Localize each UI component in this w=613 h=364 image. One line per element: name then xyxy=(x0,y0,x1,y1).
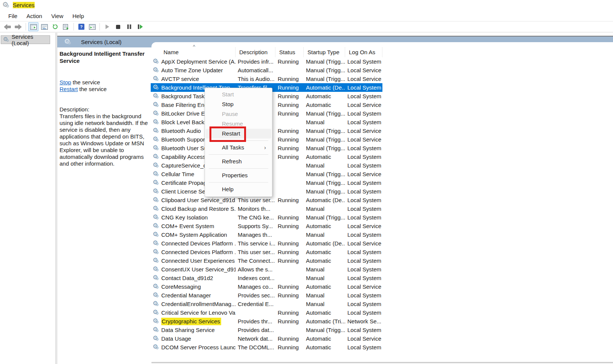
refresh-button[interactable] xyxy=(50,22,60,31)
cell-description: The DCOML... xyxy=(235,344,275,350)
table-row[interactable]: ⚙⚙CredentialEnrollmentManag...Credential… xyxy=(151,300,382,308)
table-row[interactable]: ⚙⚙CNG Key IsolationThe CNG ke...RunningM… xyxy=(151,213,382,222)
service-gear-icon: ⚙⚙ xyxy=(152,344,161,351)
service-gear-icon: ⚙⚙ xyxy=(152,292,161,299)
cell-description: The CNG ke... xyxy=(235,214,275,221)
table-row[interactable]: ⚙⚙Cloud Backup and Restore S...Monitors … xyxy=(151,204,382,213)
toolbar-separator xyxy=(26,23,26,30)
table-row[interactable]: ⚙⚙Data Sharing ServiceProvides dat...Man… xyxy=(151,326,382,334)
table-row[interactable]: ⚙⚙Auto Time Zone UpdaterAutomaticall...M… xyxy=(151,66,382,75)
cell-startup-type: Manual (Trigg... xyxy=(304,136,345,143)
properties-button[interactable] xyxy=(39,22,49,31)
context-menu: StartStopPauseResumeRestartAll Tasks›Ref… xyxy=(205,88,272,197)
cell-startup-type: Automatic (De... xyxy=(304,240,345,247)
menu-view[interactable]: View xyxy=(47,12,68,20)
pause-service-button[interactable] xyxy=(124,22,134,31)
cell-startup-type: Manual (Trigg... xyxy=(304,214,345,221)
cell-startup-type: Manual xyxy=(304,162,345,169)
table-row[interactable]: ⚙⚙Connected Devices Platform ...This ser… xyxy=(151,239,382,248)
show-console-tree-button[interactable] xyxy=(28,22,38,31)
cell-startup-type: Automatic xyxy=(304,257,345,264)
service-gear-icon: ⚙⚙ xyxy=(152,67,161,74)
cell-description: Supports Sy... xyxy=(235,223,275,229)
table-row[interactable]: ⚙⚙DCOM Server Process Launc...The DCOML.… xyxy=(151,343,382,352)
restart-service-link[interactable]: Restart xyxy=(60,86,78,92)
cell-status: Running xyxy=(275,283,304,290)
context-menu-item-start[interactable]: Start xyxy=(205,90,272,99)
table-row[interactable]: ⚙⚙CoreMessagingManages co...RunningAutom… xyxy=(151,282,382,291)
cell-log-on-as: Local System xyxy=(345,257,382,264)
back-arrow-button[interactable] xyxy=(2,22,12,31)
cell-name: ⚙⚙Connected User Experiences ... xyxy=(151,257,235,265)
menu-file[interactable]: File xyxy=(4,12,22,20)
cell-status: Running xyxy=(275,249,304,255)
table-row[interactable]: ⚙⚙Credential ManagerProvides sec...Runni… xyxy=(151,291,382,300)
table-row[interactable]: ⚙⚙Data UsageNetwork dat...RunningAutomat… xyxy=(151,334,382,343)
cell-description: Manages th... xyxy=(235,231,275,238)
start-service-button[interactable] xyxy=(102,22,112,31)
stop-service-button[interactable] xyxy=(113,22,123,31)
context-menu-item-properties[interactable]: Properties xyxy=(205,171,272,180)
cell-description: Automaticall... xyxy=(235,67,275,73)
service-name: Capability Access xyxy=(161,154,206,160)
column-header-description[interactable]: Description xyxy=(235,47,275,57)
cell-description: This service i... xyxy=(235,240,275,247)
svg-text:?: ? xyxy=(80,24,83,29)
service-gear-icon: ⚙⚙ xyxy=(152,127,161,135)
menu-action[interactable]: Action xyxy=(22,12,47,20)
table-row[interactable]: ⚙⚙Cryptographic ServicesProvides thr...R… xyxy=(151,317,382,326)
service-gear-icon: ⚙⚙ xyxy=(152,136,161,143)
menu-separator xyxy=(209,154,268,155)
table-row[interactable]: ⚙⚙Connected User Experiences ...The Conn… xyxy=(151,256,382,265)
context-menu-item-pause[interactable]: Pause xyxy=(205,109,272,119)
description-label: Description: xyxy=(60,106,150,113)
service-name: Connected Devices Platform ... xyxy=(161,249,235,255)
column-header-status[interactable]: Status xyxy=(275,47,304,57)
table-row[interactable]: ⚙⚙Clipboard User Service_d91d2This user … xyxy=(151,196,382,204)
table-row[interactable]: ⚙⚙Connected Devices Platform ...This use… xyxy=(151,248,382,256)
table-row[interactable]: ⚙⚙Critical Service for Lenovo Va...Runni… xyxy=(151,308,382,317)
column-header-name[interactable]: Name ^ xyxy=(151,47,235,57)
table-row[interactable]: ⚙⚙AVCTP serviceThis is Audio...RunningMa… xyxy=(151,75,382,83)
export-list-button[interactable] xyxy=(61,22,71,31)
table-row[interactable]: ⚙⚙Contact Data_d91d2Indexes cont...Manua… xyxy=(151,274,382,282)
menu-help[interactable]: Help xyxy=(68,12,89,20)
menu-separator xyxy=(209,168,268,169)
cell-startup-type: Manual xyxy=(304,301,345,307)
export-list-icon xyxy=(63,24,70,30)
context-menu-item-refresh[interactable]: Refresh xyxy=(205,157,272,166)
context-menu-item-resume[interactable]: Resume xyxy=(205,119,272,129)
selected-service-title: Background Intelligent Transfer Service xyxy=(60,50,149,64)
help-button[interactable]: ? xyxy=(76,22,86,31)
context-menu-item-stop[interactable]: Stop xyxy=(205,99,272,109)
context-menu-item-help[interactable]: Help xyxy=(205,184,272,194)
context-menu-item-restart[interactable]: Restart xyxy=(206,129,271,139)
table-row[interactable]: ⚙⚙COM+ Event SystemSupports Sy...Running… xyxy=(151,222,382,230)
cell-name: ⚙⚙Cryptographic Services xyxy=(151,318,235,325)
cell-status: Running xyxy=(275,257,304,264)
cell-log-on-as: Local Service xyxy=(345,240,382,247)
restart-link-suffix: the service xyxy=(78,86,107,92)
table-row[interactable]: ⚙⚙ConsentUX User Service_d91...Allows th… xyxy=(151,265,382,274)
cell-description: Provides sec... xyxy=(235,292,275,299)
cell-name: ⚙⚙Cloud Backup and Restore S... xyxy=(151,205,235,213)
table-row[interactable]: ⚙⚙AppX Deployment Service (A...Provides … xyxy=(151,57,382,66)
context-menu-item-all-tasks[interactable]: All Tasks› xyxy=(205,143,272,152)
restart-service-button[interactable] xyxy=(135,22,145,31)
services-gear-icon: ⚙ ⚙ xyxy=(64,38,72,46)
table-row[interactable]: ⚙⚙COM+ System ApplicationManages th...Ma… xyxy=(151,230,382,239)
cell-name: ⚙⚙Auto Time Zone Updater xyxy=(151,67,235,74)
service-name: Base Filtering Eng xyxy=(161,102,208,108)
stop-service-link[interactable]: Stop xyxy=(60,79,71,85)
service-name: Data Sharing Service xyxy=(161,327,215,333)
forward-arrow-button[interactable] xyxy=(13,22,23,31)
service-name: Cellular Time xyxy=(161,171,194,177)
cell-startup-type: Manual xyxy=(304,275,345,281)
show-action-pane-button[interactable] xyxy=(87,22,97,31)
column-header-log-on-as[interactable]: Log On As xyxy=(345,47,382,57)
cell-startup-type: Automatic xyxy=(304,154,345,160)
column-header-startup-type[interactable]: Startup Type xyxy=(304,47,345,57)
start-service-icon xyxy=(105,24,110,29)
cell-log-on-as: Local Service xyxy=(345,76,382,82)
sidebar-item-services-local[interactable]: ⚙ ⚙ Services (Local) xyxy=(1,35,50,44)
